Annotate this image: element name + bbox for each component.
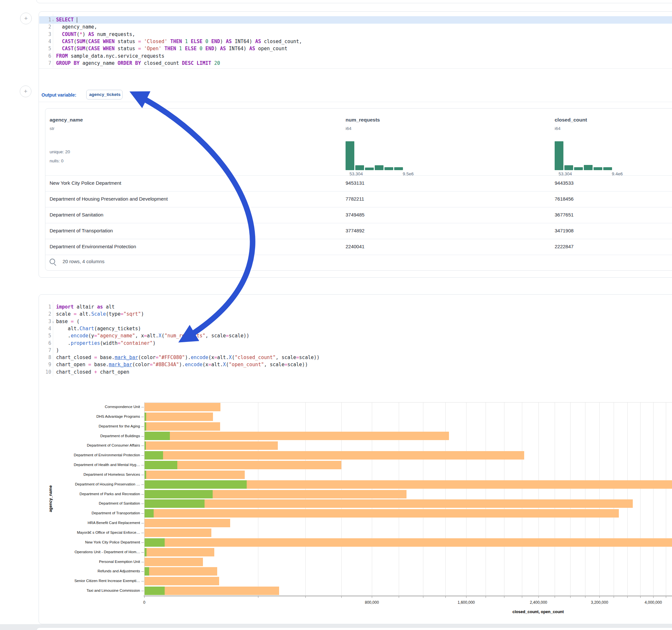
table-cell: 3749485 [345, 212, 364, 217]
add-cell-button[interactable]: + [20, 86, 31, 97]
line-number: 4 [39, 39, 51, 44]
table-cell: 7618456 [555, 196, 573, 201]
table-cell: 3677651 [555, 212, 573, 217]
column-type: str [50, 126, 54, 131]
table-cell: Department of Transportation [50, 228, 113, 233]
code-line: CAST(SUM(CASE WHEN status = 'Closed' THE… [56, 39, 302, 44]
histogram-bar [375, 165, 383, 170]
search-icon[interactable] [50, 259, 55, 264]
histogram-bar [355, 165, 364, 170]
next-cell-edge [36, 627, 672, 630]
line-number: 10 [39, 369, 51, 375]
line-number: 4 [39, 326, 51, 332]
code-line: FROM sample_data.nyc.service_requests [56, 53, 164, 59]
histogram-bar [394, 167, 403, 170]
output-variable-pill[interactable]: agency_tickets [86, 90, 123, 99]
column-stat: unique: 20 [50, 149, 70, 154]
table-cell: Department of Environmental Protection [50, 244, 136, 249]
line-number: 2 [39, 311, 51, 317]
fold-chevron-icon[interactable]: ∨ [52, 19, 54, 22]
line-number: 6 [39, 53, 51, 59]
table-cell: 2240041 [345, 244, 364, 249]
line-number: 6 [39, 340, 51, 346]
table-row[interactable]: Department of Sanitation37494853677651 [45, 207, 672, 223]
histogram-bar [603, 167, 612, 170]
selected-line-highlight [39, 16, 672, 24]
line-number: 7 [39, 60, 51, 66]
histogram-bar [345, 141, 354, 170]
line-number: 5 [39, 333, 51, 339]
add-cell-button[interactable]: + [20, 13, 32, 24]
output-variable-label: Output variable: [42, 92, 76, 98]
line-number: 3 [39, 31, 51, 37]
code-line: CAST(SUM(CASE WHEN status = 'Open' THEN … [56, 46, 287, 51]
code-line: GROUP BY agency_name ORDER BY closed_cou… [56, 60, 220, 66]
code-line: ) [56, 347, 59, 353]
line-number: 7 [39, 347, 51, 353]
code-line: import altair as alt [56, 304, 115, 310]
column-stat: nulls: 0 [50, 159, 64, 163]
table-cell: 9443533 [555, 180, 573, 186]
line-number: 1 [39, 304, 51, 310]
column-type: i64 [345, 126, 352, 131]
histogram-bar [584, 165, 593, 170]
histogram-bar [365, 168, 374, 170]
column-type: i64 [555, 126, 560, 131]
histogram-bar [565, 165, 573, 170]
table-row[interactable]: Department of Environmental Protection22… [45, 239, 672, 255]
python-cell: 1import altair as alt2scale = alt.Scale(… [39, 294, 672, 624]
table-cell: Department of Sanitation [50, 212, 103, 217]
code-line: agency_name, [56, 24, 97, 30]
histogram-bar [555, 141, 563, 170]
table-row[interactable]: Department of Transportation377489234719… [45, 223, 672, 239]
code-line: SELECT [56, 17, 77, 23]
table-cell: New York City Police Department [50, 180, 121, 186]
fold-chevron-icon[interactable]: ∨ [52, 320, 54, 324]
table-cell: Department of Housing Preservation and D… [50, 196, 168, 201]
code-line: scale = alt.Scale(type="sqrt") [56, 311, 144, 317]
histogram-bar [594, 167, 602, 170]
table-cell: 2222847 [555, 244, 573, 249]
code-line: COUNT(*) AS num_requests, [56, 31, 135, 37]
column-name: agency_name [50, 117, 83, 123]
column-histogram [555, 141, 613, 170]
column-name: closed_count [555, 117, 587, 123]
gutter-divider [53, 302, 53, 376]
line-number: 3 [39, 319, 51, 324]
code-line: chart_closed = base.mark_bar(color="#FFC… [56, 355, 320, 360]
code-line: .encode(y="agency_name", x=alt.X("num_re… [56, 333, 249, 339]
histogram-bar [574, 167, 583, 170]
dataframe-preview: agency_namestrunique: 20nulls: 0num_requ… [45, 108, 672, 271]
line-number: 8 [39, 355, 51, 360]
text-caret [77, 17, 77, 23]
table-footer: 20 rows, 4 columns [45, 255, 672, 271]
table-cell: 3774892 [345, 228, 364, 233]
table-row[interactable]: New York City Police Department945313194… [45, 175, 672, 192]
editor-output-divider [39, 68, 672, 69]
table-cell: 3471908 [555, 228, 573, 233]
histogram-bar [384, 167, 393, 170]
column-name: num_requests [345, 117, 380, 123]
column-histogram [345, 141, 403, 170]
table-row[interactable]: Department of Housing Preservation and D… [45, 191, 672, 208]
code-line: alt.Chart(agency_tickets) [56, 326, 141, 332]
line-number: 5 [39, 46, 51, 51]
code-line: base = ( [56, 319, 79, 324]
code-line: chart_open = base.mark_bar(color="#8BC34… [56, 362, 308, 367]
code-line: chart_closed + chart_open [56, 369, 129, 375]
table-row-count: 20 rows, 4 columns [63, 259, 104, 264]
line-number: 2 [39, 24, 51, 30]
output-row-divider [39, 102, 672, 102]
code-line: .properties(width="container") [56, 340, 155, 346]
previous-cell-edge [36, 0, 672, 3]
table-cell: 9453131 [345, 180, 364, 186]
table-cell: 7782211 [345, 196, 364, 201]
line-number: 9 [39, 362, 51, 367]
line-number: 1 [39, 17, 51, 23]
